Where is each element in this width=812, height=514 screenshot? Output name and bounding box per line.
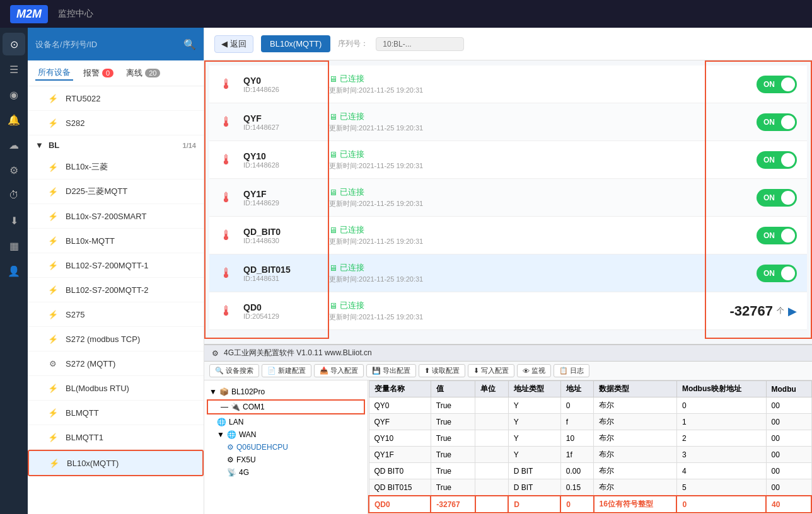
table-row: QD BIT015TrueD BIT0.15布尔500: [369, 479, 811, 496]
toggle-on[interactable]: ON: [757, 151, 797, 169]
toggle-on[interactable]: ON: [757, 189, 797, 207]
search-input[interactable]: [35, 40, 178, 49]
tree-node-com1[interactable]: — 🔌 COM1: [208, 401, 364, 413]
btn-log[interactable]: 📋 日志: [554, 364, 589, 377]
tree-node-lan[interactable]: 🌐 LAN: [204, 416, 368, 428]
device-name: S282: [66, 118, 196, 128]
nav-time[interactable]: ⏱: [3, 184, 25, 207]
tree-node-4g[interactable]: 📡 4G: [204, 466, 368, 479]
nav-user[interactable]: 👤: [3, 260, 25, 282]
nav-location[interactable]: ◉: [3, 83, 25, 106]
back-button[interactable]: ◀ 返回: [214, 35, 253, 53]
table-cell: 0: [676, 496, 766, 513]
table-cell: True: [431, 414, 475, 430]
arrow-icon[interactable]: ▶: [788, 304, 797, 318]
list-item-s272-modbus-tcp[interactable]: ⚡ S272 (modbus TCP): [28, 327, 204, 351]
device-name: S275: [66, 310, 196, 319]
col-addr: 地址: [560, 381, 593, 397]
left-panel-header: 🔍: [28, 28, 204, 60]
toggle-on[interactable]: ON: [757, 227, 797, 244]
expand-icon: ▼: [209, 387, 217, 396]
device-name: S272 (modbus TCP): [66, 334, 196, 344]
top-bar-title: 监控中心: [58, 8, 93, 20]
status-connected: 🖥 已连接: [329, 224, 724, 236]
status-connected: 🖥 已连接: [329, 186, 724, 198]
list-item-bl-modbus-rtu[interactable]: ⚡ BL(Modbus RTU): [28, 376, 204, 401]
btn-export-config[interactable]: 💾 导出配置: [366, 364, 416, 377]
list-item-bl10x-mitsu[interactable]: ⚡ BL10x-三菱: [28, 155, 204, 180]
nav-grid[interactable]: ▦: [3, 234, 25, 257]
tree-node-bl102pro[interactable]: ▼ 📦 BL102Pro: [204, 386, 368, 398]
nav-settings[interactable]: ⚙: [3, 159, 25, 181]
chevron-down-icon: ▼: [35, 140, 44, 150]
list-item-blmqtt[interactable]: ⚡ BLMQTT: [28, 401, 204, 425]
btn-monitor[interactable]: 👁 监视: [517, 364, 551, 377]
list-item-s275[interactable]: ⚡ S275: [28, 302, 204, 327]
list-item-bl10x-s7[interactable]: ⚡ BL10x-S7-200SMART: [28, 204, 204, 229]
btn-read-config[interactable]: ⬆ 读取配置: [419, 364, 465, 377]
dev-name: QY0: [243, 76, 319, 86]
device-name: BLMQTT1: [66, 433, 196, 442]
table-row: QYFTrueYf布尔100: [369, 414, 811, 430]
tree-node-fx5u[interactable]: ⚙ FX5U: [204, 454, 368, 466]
device-title-tab[interactable]: BL10x(MQTT): [261, 35, 330, 52]
device-name: BL(Modbus RTU): [66, 384, 196, 393]
cpu-icon: ⚙: [227, 443, 234, 452]
lan-icon: 🌐: [217, 418, 226, 426]
toggle-on[interactable]: ON: [757, 76, 797, 93]
tab-offline[interactable]: 离线20: [124, 66, 163, 80]
table-cell: D BIT: [508, 463, 560, 479]
tab-all-devices[interactable]: 所有设备: [35, 66, 73, 81]
dev-name: QD_BIT015: [243, 265, 319, 275]
toggle-knob: [781, 77, 795, 91]
device-row-qy1f: 🌡 QY1F ID:1448629 🖥 已连接 更新时间:2021-11-25 …: [209, 179, 807, 217]
list-item-d225-mitsu-mqtt[interactable]: ⚡ D225-三菱MQTT: [28, 180, 204, 204]
tab-alarm[interactable]: 报警0: [81, 66, 116, 80]
nav-bell[interactable]: 🔔: [3, 108, 25, 131]
list-item-s282[interactable]: ⚡ S282: [28, 111, 204, 135]
table-row: QY0TrueY0布尔000: [369, 397, 811, 414]
thermometer-icon: 🌡: [219, 114, 233, 130]
tree-node-wan[interactable]: ▼ 🌐 WAN: [204, 428, 368, 441]
content-header: ◀ 返回 BL10x(MQTT) 序列号： 10:BL-...: [204, 28, 812, 60]
btn-search-device[interactable]: 🔍 设备搜索: [209, 364, 259, 377]
toggle-knob: [781, 266, 795, 280]
table-panel: 变量名称 值 单位 地址类型 地址 数据类型 Modbus映射地址 Modbu: [368, 380, 812, 514]
device-icon: ⚡: [45, 430, 61, 445]
device-name: BL10x-三菱: [66, 161, 196, 173]
list-item-bl10x-mqtt-active[interactable]: ⚡ BL10x(MQTT): [28, 450, 204, 476]
table-cell: 00: [766, 463, 811, 479]
search-icon[interactable]: 🔍: [183, 38, 196, 50]
btn-new-config[interactable]: 📄 新建配置: [262, 364, 311, 377]
nav-list[interactable]: ☰: [3, 58, 25, 81]
dev-name: QY1F: [243, 189, 319, 199]
list-item-bl102-s7-2[interactable]: ⚡ BL102-S7-200MQTT-2: [28, 278, 204, 302]
table-cell: [475, 447, 508, 463]
dev-info: QD0 ID:2054129: [243, 302, 319, 320]
list-item-s272-mqtt[interactable]: ⚙ S272 (MQTT): [28, 351, 204, 376]
group-bl[interactable]: ▼ BL 1/14: [28, 135, 204, 155]
list-item-bl10x-mqtt[interactable]: ⚡ BL10x-MQTT: [28, 229, 204, 253]
toggle-area: ON: [734, 151, 797, 169]
toggle-on[interactable]: ON: [757, 265, 797, 282]
list-item-rtu5022[interactable]: ⚡ RTU5022: [28, 86, 204, 111]
table-cell: 00: [766, 447, 811, 463]
table-cell: 00: [766, 430, 811, 447]
toggle-on[interactable]: ON: [757, 113, 797, 131]
list-item-blmqtt1[interactable]: ⚡ BLMQTT1: [28, 425, 204, 450]
serial-value: 10:BL-...: [376, 37, 464, 51]
list-item-bl102-s7-1[interactable]: ⚡ BL102-S7-200MQTT-1: [28, 253, 204, 278]
update-time: 更新时间:2021-11-25 19:20:31: [329, 86, 724, 95]
nav-monitor[interactable]: ⊙: [3, 33, 25, 55]
device-row-qyf: 🌡 QYF ID:1448627 🖥 已连接 更新时间:2021-11-25 1…: [209, 103, 807, 141]
table-cell: 1f: [560, 447, 593, 463]
device-icon: ⚡: [45, 115, 61, 130]
device-row-qd-bit015: 🌡 QD_BIT015 ID:1448631 🖥 已连接 更新时间:2021-1…: [209, 254, 807, 292]
btn-import-config[interactable]: 📥 导入配置: [314, 364, 364, 377]
btn-write-config[interactable]: ⬇ 写入配置: [468, 364, 514, 377]
tree-node-q06udehcpu[interactable]: ⚙ Q06UDEHCPU: [204, 441, 368, 454]
nav-cloud[interactable]: ☁: [3, 134, 25, 156]
nav-download[interactable]: ⬇: [3, 209, 25, 232]
col-addr-type: 地址类型: [508, 381, 560, 397]
status-info: 🖥 已连接 更新时间:2021-11-25 19:20:31: [329, 149, 724, 171]
